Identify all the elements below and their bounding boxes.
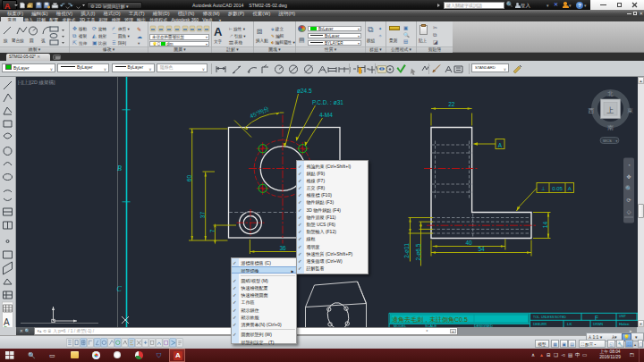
svg-text:移動: 移動 (78, 27, 88, 32)
svg-text:◇: ◇ (627, 208, 631, 214)
svg-text:陣列: 陣列 (118, 40, 127, 46)
svg-text:WCS: WCS (603, 138, 612, 142)
svg-text:36: 36 (279, 244, 286, 250)
svg-text:修剪 ▾: 修剪 ▾ (117, 27, 130, 32)
svg-text:C: C (117, 284, 123, 292)
svg-text:⇱: ⇱ (72, 40, 77, 46)
svg-text:鏡射: 鏡射 (98, 34, 107, 39)
svg-text:A: A (568, 186, 572, 191)
svg-text:▾: ▾ (616, 139, 618, 142)
svg-text:LK: LK (567, 322, 572, 326)
svg-text:⌿: ⌿ (112, 26, 115, 31)
svg-text:⌒: ⌒ (112, 33, 117, 38)
svg-text:P.C.D. : ø31: P.C.D. : ø31 (312, 99, 343, 105)
svg-text:圓: 圓 (30, 38, 34, 43)
svg-text:⠿: ⠿ (112, 40, 115, 46)
svg-text:0.05: 0.05 (552, 186, 563, 191)
svg-text:◔: ◔ (627, 162, 631, 167)
svg-text:DEBURR: DEBURR (533, 323, 547, 326)
svg-text:⧉: ⧉ (72, 33, 77, 38)
svg-text:4-M4: 4-M4 (319, 112, 333, 118)
svg-text:7: 7 (209, 229, 216, 232)
svg-text:A: A (4, 317, 10, 327)
svg-text:B: B (117, 164, 122, 172)
svg-text:⟳: ⟳ (92, 26, 97, 31)
svg-text:弧: 弧 (41, 38, 46, 43)
svg-text:2-ø11: 2-ø11 (403, 242, 410, 257)
svg-text:[-][上][2D 線架構]: [-][上][2D 線架構] (18, 79, 55, 84)
svg-text:東: 東 (627, 106, 633, 113)
svg-text:邊角去毛刺，未註倒角C0.5: 邊角去毛刺，未註倒角C0.5 (392, 316, 468, 323)
svg-text:14: 14 (542, 221, 548, 228)
svg-text:✥: ✥ (626, 173, 631, 179)
svg-text:▣: ▣ (92, 40, 97, 46)
svg-text:西: 西 (588, 106, 595, 113)
svg-text:⟳: ⟳ (626, 197, 631, 202)
svg-text:F: F (595, 314, 598, 320)
svg-text:☁: ☁ (137, 34, 142, 39)
svg-text:南: 南 (607, 123, 614, 130)
svg-text:線: 線 (3, 38, 8, 43)
svg-text:2-ø6.5: 2-ø6.5 (415, 243, 421, 260)
svg-text:上: 上 (606, 106, 614, 114)
svg-text:✎: ✎ (137, 27, 141, 32)
svg-text:22: 22 (448, 101, 455, 107)
svg-text:▾: ▾ (138, 41, 140, 46)
svg-text:比例: 比例 (98, 41, 107, 46)
svg-text:拉伸: 拉伸 (79, 41, 88, 46)
svg-text:◭: ◭ (92, 33, 97, 38)
svg-text:UNIT: UNIT (619, 314, 626, 317)
svg-text:A: A (498, 141, 503, 147)
svg-text:Helen: Helen (619, 322, 630, 326)
svg-text:聚合線: 聚合線 (12, 38, 24, 43)
svg-text:37: 37 (199, 211, 206, 218)
svg-text:圓角 ▾: 圓角 ▾ (118, 34, 130, 38)
svg-text:北: 北 (607, 90, 614, 97)
svg-text:DRWN: DRWN (593, 323, 604, 326)
svg-text:🔍: 🔍 (625, 184, 632, 191)
svg-text:✥: ✥ (72, 26, 77, 31)
svg-text:複製: 複製 (78, 34, 88, 39)
svg-text:TOL. UNLESS NOTED: TOL. UNLESS NOTED (533, 316, 566, 319)
svg-text:40: 40 (465, 239, 472, 245)
svg-text:旋轉: 旋轉 (98, 27, 107, 32)
svg-text:⊥: ⊥ (540, 186, 545, 191)
svg-text:60: 60 (186, 174, 192, 181)
svg-text:54: 54 (478, 245, 485, 251)
svg-text:ø24.5: ø24.5 (297, 88, 312, 94)
